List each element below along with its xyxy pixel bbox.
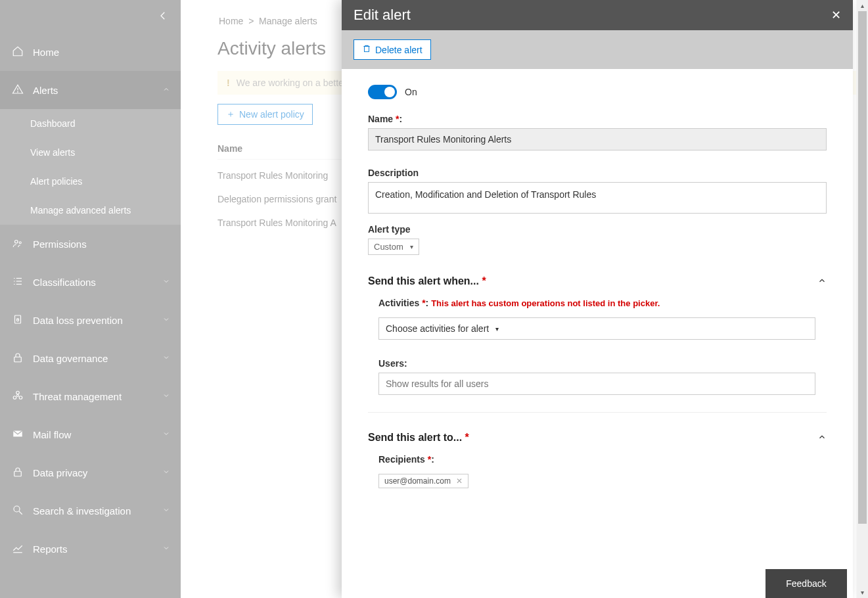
new-alert-policy-button[interactable]: ＋ New alert policy [217, 104, 313, 125]
svg-point-1 [18, 91, 18, 92]
sidebar-item-label: Permissions [33, 239, 170, 250]
sidebar-sub-manage-advanced[interactable]: Manage advanced alerts [0, 196, 181, 225]
activities-warning: This alert has custom operations not lis… [431, 298, 660, 308]
recipient-chip[interactable]: user@domain.com ✕ [378, 474, 468, 488]
sidebar-item-threat[interactable]: Threat management [0, 377, 181, 415]
chevron-down-icon [162, 544, 170, 554]
activities-label: Activities *: [378, 298, 431, 308]
feedback-button[interactable]: Feedback [765, 569, 847, 598]
sidebar-item-label: Home [33, 47, 170, 58]
sidebar-sub-label: Dashboard [30, 118, 76, 129]
sidebar-sub-dashboard[interactable]: Dashboard [0, 109, 181, 138]
panel-body: On Name *: Description Creation, Modific… [342, 69, 853, 595]
panel-header: Edit alert ✕ [342, 0, 853, 30]
chevron-down-icon [162, 468, 170, 478]
sidebar-item-mail-flow[interactable]: Mail flow [0, 415, 181, 453]
breadcrumb-sep: > [248, 16, 254, 26]
alert-type-label: Alert type [368, 224, 827, 235]
lock-icon [11, 352, 25, 365]
biohazard-icon [11, 390, 25, 403]
lock-icon [11, 466, 25, 480]
sidebar-item-label: Alerts [33, 85, 162, 96]
close-icon[interactable]: ✕ [831, 8, 841, 22]
chevron-down-icon [162, 354, 170, 363]
sidebar-item-label: Classifications [33, 277, 162, 288]
sidebar-item-label: Threat management [33, 391, 162, 402]
scroll-down-icon[interactable]: ▾ [857, 587, 868, 598]
delete-alert-button[interactable]: Delete alert [354, 39, 431, 60]
sidebar-item-data-privacy[interactable]: Data privacy [0, 453, 181, 492]
sidebar-item-permissions[interactable]: Permissions [0, 225, 181, 263]
sidebar-item-reports[interactable]: Reports [0, 530, 181, 568]
info-icon: ! [227, 78, 230, 88]
sidebar-item-classifications[interactable]: Classifications [0, 263, 181, 301]
page-scrollbar[interactable]: ▴ ▾ [857, 0, 868, 598]
picker-placeholder: Choose activities for alert [386, 323, 489, 334]
edit-alert-panel: Edit alert ✕ Delete alert On Name *: Des… [342, 0, 853, 598]
send-to-body: Recipients *: user@domain.com ✕ [368, 448, 827, 488]
name-field[interactable] [368, 128, 827, 150]
status-toggle[interactable] [368, 85, 397, 99]
panel-toolbar: Delete alert [342, 30, 853, 69]
sidebar-sub-view-alerts[interactable]: View alerts [0, 138, 181, 167]
alerts-subnav: Dashboard View alerts Alert policies Man… [0, 109, 181, 225]
send-when-header[interactable]: Send this alert when... * [368, 268, 827, 291]
sidebar-item-label: Mail flow [33, 429, 162, 440]
trash-icon [362, 44, 371, 55]
remove-chip-icon[interactable]: ✕ [456, 476, 463, 486]
search-icon [11, 504, 25, 518]
banner-text: We are working on a bette [237, 78, 344, 88]
select-value: Custom [374, 242, 403, 252]
users-label: Users: [378, 358, 827, 369]
alert-type-select[interactable]: Custom ▾ [368, 239, 419, 255]
sidebar-item-search[interactable]: Search & investigation [0, 492, 181, 530]
sidebar-item-label: Search & investigation [33, 505, 162, 517]
description-label: Description [368, 168, 827, 178]
mail-icon [11, 428, 25, 442]
chevron-up-icon [162, 85, 170, 95]
sidebar-sub-alert-policies[interactable]: Alert policies [0, 167, 181, 196]
reports-icon [11, 542, 25, 556]
chevron-down-icon [162, 392, 170, 402]
send-to-header[interactable]: Send this alert to... * [368, 425, 827, 448]
scroll-up-icon[interactable]: ▴ [857, 0, 868, 11]
caret-down-icon: ▾ [410, 243, 413, 250]
sidebar-item-label: Data governance [33, 353, 162, 364]
sidebar-item-home[interactable]: Home [0, 33, 181, 71]
permissions-icon [11, 237, 25, 251]
classifications-icon [11, 275, 25, 289]
home-icon [11, 45, 25, 59]
chevron-left-icon [157, 10, 169, 24]
sidebar-sub-label: View alerts [30, 147, 75, 158]
sidebar-item-data-governance[interactable]: Data governance [0, 339, 181, 377]
breadcrumb-home[interactable]: Home [219, 16, 243, 26]
sidebar-collapse[interactable] [0, 0, 181, 33]
svg-line-20 [19, 511, 22, 515]
button-label: New alert policy [239, 109, 304, 120]
sidebar-item-alerts[interactable]: Alerts [0, 71, 181, 109]
chevron-down-icon [162, 315, 170, 325]
svg-rect-21 [365, 47, 369, 52]
activities-picker[interactable]: Choose activities for alert ▾ [378, 317, 815, 340]
sidebar-item-label: Data privacy [33, 467, 162, 478]
chevron-down-icon [162, 506, 170, 516]
dlp-icon [11, 313, 25, 327]
panel-title: Edit alert [354, 7, 831, 24]
svg-rect-18 [14, 471, 22, 476]
sidebar-item-label: Reports [33, 543, 162, 555]
svg-point-14 [16, 391, 20, 394]
sidebar-item-dlp[interactable]: Data loss prevention [0, 301, 181, 339]
svg-point-16 [19, 396, 22, 399]
description-field[interactable]: Creation, Modification and Deletion of T… [368, 182, 827, 214]
breadcrumb-current: Manage alerts [259, 16, 317, 26]
chevron-up-icon [817, 276, 827, 287]
chevron-down-icon [162, 430, 170, 440]
chevron-down-icon [162, 277, 170, 287]
chevron-up-icon [817, 432, 827, 444]
users-field[interactable] [378, 373, 815, 395]
sidebar-sub-label: Manage advanced alerts [30, 205, 131, 216]
caret-down-icon: ▾ [495, 325, 499, 333]
scroll-thumb[interactable] [858, 11, 867, 524]
send-when-body: Activities *: This alert has custom oper… [368, 291, 827, 413]
sidebar: Home Alerts Dashboard View alerts Alert … [0, 0, 181, 598]
